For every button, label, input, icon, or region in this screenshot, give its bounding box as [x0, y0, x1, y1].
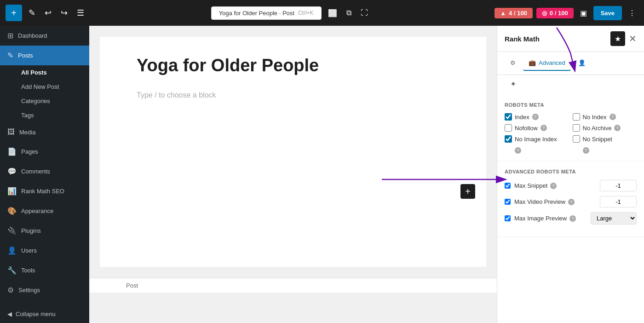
panel-header-actions: ★ ✕	[610, 31, 637, 46]
sidebar-submenu-posts: All Posts Add New Post Categories Tags	[0, 65, 89, 122]
no-snippet-label: No Snippet	[583, 136, 612, 143]
tools-icon: 🔧	[7, 266, 17, 275]
toolbar-right: ▲ 4 / 100 ◎ 0 / 100 ▣ Save ⋮	[494, 6, 638, 20]
add-block-inline-button[interactable]: +	[460, 184, 475, 199]
settings-menu-button[interactable]: ⋮	[626, 6, 638, 20]
no-snippet-checkbox-item: No Snippet ?	[573, 135, 637, 154]
post-title-pill[interactable]: Yoga for Older People · Post Ctrl+K	[211, 6, 322, 20]
sidebar-item-plugins[interactable]: 🔌 Plugins	[0, 221, 89, 241]
index-checkbox[interactable]	[505, 113, 512, 121]
sidebar-subitem-add-new[interactable]: Add New Post	[0, 80, 89, 94]
comments-icon: 💬	[7, 167, 17, 176]
max-image-preview-help-icon[interactable]: ?	[569, 215, 576, 222]
fullscreen-button[interactable]: ⛶	[358, 6, 371, 20]
nofollow-label: Nofollow	[515, 125, 538, 132]
redo-button[interactable]: ↪	[58, 5, 70, 21]
max-image-preview-select[interactable]: None Standard Large	[591, 212, 637, 225]
no-image-index-checkbox-item: No Image Index ?	[505, 135, 569, 154]
max-snippet-row: Max Snippet ?	[505, 180, 637, 191]
undo-button[interactable]: ↩	[42, 5, 54, 21]
collapse-menu[interactable]: ◀ Collapse menu	[0, 305, 89, 323]
sidebar: ⊞ Dashboard ✎ Posts All Posts Add New Po…	[0, 26, 89, 323]
max-video-preview-help-icon[interactable]: ?	[568, 199, 575, 205]
sidebar-item-appearance[interactable]: 🎨 Appearance	[0, 201, 89, 221]
panel-title: Rank Math	[505, 35, 540, 43]
add-block-button[interactable]: +	[6, 5, 22, 21]
share-icon: ✦	[510, 80, 516, 88]
seo-score-icon: ▲	[500, 10, 506, 17]
footer-post-label: Post	[126, 282, 138, 289]
robots-row-3: No Image Index ? No Snippet ?	[505, 135, 637, 154]
index-label: Index	[515, 114, 529, 121]
nofollow-help-icon[interactable]: ?	[540, 125, 547, 131]
nofollow-checkbox[interactable]	[505, 124, 512, 132]
close-panel-button[interactable]: ✕	[629, 33, 637, 44]
max-snippet-help-icon[interactable]: ?	[550, 183, 557, 189]
tab-share[interactable]: ✦	[505, 77, 522, 91]
tab-schema[interactable]: 👤	[573, 56, 591, 71]
no-snippet-checkbox[interactable]	[573, 135, 580, 143]
max-video-preview-checkbox[interactable]	[505, 199, 511, 205]
list-view-button[interactable]: ☰	[74, 5, 87, 21]
save-button[interactable]: Save	[593, 6, 622, 20]
sidebar-item-settings[interactable]: ⚙ Settings	[0, 280, 89, 300]
sidebar-item-media[interactable]: 🖼 Media	[0, 122, 89, 142]
plugins-icon: 🔌	[7, 226, 17, 235]
no-archive-checkbox[interactable]	[573, 124, 580, 132]
posts-icon: ✎	[7, 51, 13, 60]
block-placeholder[interactable]: Type / to choose a block	[137, 87, 449, 103]
star-button[interactable]: ★	[610, 31, 625, 46]
view-mode-button[interactable]: ⬜	[325, 6, 340, 20]
readability-score-badge[interactable]: ◎ 0 / 100	[536, 8, 574, 18]
layout-toggle-button[interactable]: ▣	[577, 6, 590, 20]
sidebar-subitem-all-posts[interactable]: All Posts	[0, 65, 89, 80]
toolbar: + ✎ ↩ ↪ ☰ Yoga for Older People · Post C…	[0, 0, 644, 26]
post-heading[interactable]: Yoga for Older People	[137, 55, 449, 76]
seo-score-badge[interactable]: ▲ 4 / 100	[494, 8, 533, 18]
tab-advanced[interactable]: 💼 Advanced	[523, 56, 571, 71]
sidebar-item-posts[interactable]: ✎ Posts	[0, 46, 89, 65]
no-image-index-checkbox[interactable]	[505, 135, 512, 143]
max-snippet-checkbox[interactable]	[505, 183, 511, 189]
collapse-icon: ◀	[7, 311, 12, 317]
sidebar-item-tools[interactable]: 🔧 Tools	[0, 260, 89, 280]
panel-header: Rank Math ★ ✕	[497, 26, 644, 52]
sidebar-item-rank-math[interactable]: 📊 Rank Math SEO	[0, 181, 89, 201]
sidebar-subitem-tags[interactable]: Tags	[0, 108, 89, 122]
pages-icon: 📄	[7, 147, 17, 156]
settings-icon: ⚙	[7, 286, 14, 294]
no-index-help-icon[interactable]: ?	[610, 114, 616, 120]
no-snippet-help-icon[interactable]: ?	[583, 147, 589, 154]
no-image-index-help-icon[interactable]: ?	[515, 147, 521, 154]
sidebar-subitem-categories[interactable]: Categories	[0, 94, 89, 108]
collapse-label: Collapse menu	[16, 311, 56, 317]
no-index-checkbox-item: No Index ?	[573, 113, 637, 121]
sidebar-item-pages[interactable]: 📄 Pages	[0, 142, 89, 162]
no-archive-help-icon[interactable]: ?	[614, 125, 621, 131]
robots-meta-title: ROBOTS META	[505, 102, 637, 108]
sidebar-label-users: Users	[21, 247, 37, 254]
editor-content[interactable]: Yoga for Older People Type / to choose a…	[100, 37, 486, 267]
tab-advanced-label: Advanced	[539, 59, 565, 66]
placeholder-text: Type / to choose a block	[137, 91, 216, 99]
readability-score-value: 0 / 100	[550, 10, 568, 17]
index-help-icon[interactable]: ?	[532, 114, 539, 120]
right-panel: Rank Math ★ ✕ ⚙ 💼 Advanced 👤 ✦	[497, 26, 644, 323]
toolbar-center: Yoga for Older People · Post Ctrl+K ⬜ ⧉ …	[91, 6, 491, 20]
external-link-button[interactable]: ⧉	[344, 6, 354, 20]
sidebar-label-dashboard: Dashboard	[18, 32, 47, 39]
seo-score-value: 4 / 100	[509, 10, 527, 17]
sidebar-item-users[interactable]: 👤 Users	[0, 241, 89, 260]
advanced-robots-meta-section: ADVANCED ROBOTS META Max Snippet ? Max V…	[497, 162, 644, 237]
sidebar-item-comments[interactable]: 💬 Comments	[0, 162, 89, 181]
keyboard-shortcut: Ctrl+K	[298, 10, 314, 16]
tab-general[interactable]: ⚙	[505, 56, 521, 71]
max-snippet-input[interactable]	[600, 180, 637, 191]
sidebar-label-comments: Comments	[21, 168, 50, 175]
max-video-preview-input[interactable]	[600, 196, 637, 208]
no-index-checkbox[interactable]	[573, 113, 580, 121]
sidebar-item-dashboard[interactable]: ⊞ Dashboard	[0, 26, 89, 46]
edit-icon-button[interactable]: ✎	[26, 5, 38, 21]
max-image-preview-checkbox[interactable]	[505, 215, 511, 221]
max-video-preview-row: Max Video Preview ?	[505, 196, 637, 208]
